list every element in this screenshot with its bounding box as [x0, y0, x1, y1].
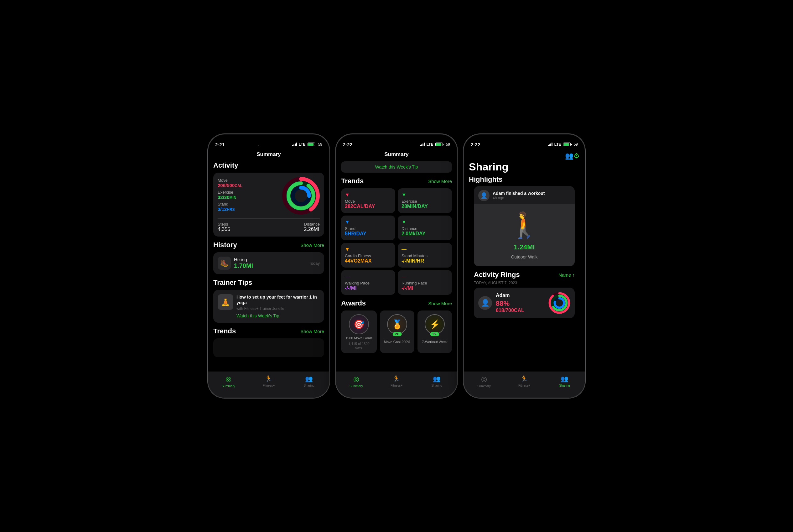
- awards-title: Awards: [341, 299, 366, 307]
- trend-distance[interactable]: ▼ Distance 2.0MI/DAY: [398, 215, 452, 240]
- tab-summary-label-1: Summary: [222, 384, 235, 388]
- ar-header: Activity Rings Name ↑: [474, 271, 575, 279]
- history-card[interactable]: 🥾 Hiking 1.70MI Today: [213, 252, 324, 274]
- location-icon-1: ✈: [257, 143, 259, 146]
- battery-3: [563, 142, 572, 146]
- history-date: Today: [309, 261, 320, 266]
- activity-stats: Move 206/500CAL Exercise 32/30MIN Stand: [218, 178, 282, 214]
- tab-sharing-1[interactable]: 👥 Sharing: [296, 375, 322, 387]
- tab-fitness-label-1: Fitness+: [263, 384, 275, 387]
- phone-2: 2:22 LTE 59 Summary: [335, 134, 458, 398]
- awards-row: 🎯 1500 Move Goals 1,415 of 1500 days 🏅 2…: [341, 310, 452, 356]
- trends-show-more-1[interactable]: Show More: [301, 329, 324, 334]
- tab-sharing-icon-1: 👥: [305, 375, 313, 383]
- tab-summary-icon-2: ◎: [353, 375, 359, 383]
- status-icons-1: LTE 59: [292, 142, 322, 147]
- trends-show-more-2[interactable]: Show More: [428, 178, 452, 184]
- trends-grid-2: ▼ Move 282CAL/DAY ▼ Exercise 28MIN/DAY: [341, 188, 452, 295]
- highlight-visual: 🚶 1.24MI Outdoor Walk: [474, 204, 575, 266]
- page-title-1: Summary: [208, 150, 329, 162]
- dynamic-island-2: [378, 138, 415, 149]
- distance-stat: Distance 2.26MI: [304, 222, 320, 232]
- activity-header: Activity: [213, 162, 324, 170]
- trend-walk-pace[interactable]: — Walking Pace -/-/MI: [341, 270, 395, 295]
- tab-bar-3: ◎ Summary 🏃 Fitness+ 👥 Sharing: [464, 372, 585, 398]
- trainer-card[interactable]: 🧘 How to set up your feet for warrior 1 …: [213, 290, 324, 323]
- awards-section: Awards Show More 🎯 1500 Move Goals 1,415…: [341, 299, 452, 356]
- highlight-top: 👤 Adam finished a workout 4h ago: [474, 186, 575, 204]
- trend-cardio[interactable]: ▼ Cardio Fitness 44VO2MAX: [341, 243, 395, 268]
- ar-avatar: 👤: [478, 296, 492, 310]
- signal-2: [420, 142, 425, 146]
- highlights-header: Highlights: [469, 175, 580, 186]
- page-content-1: Activity Move 206/500CAL: [208, 162, 329, 383]
- highlight-person-info: Adam finished a workout 4h ago: [492, 191, 545, 200]
- tab-summary-label-2: Summary: [349, 384, 363, 388]
- trend-stand-min[interactable]: — Stand Minutes -/-MIN/HR: [398, 243, 452, 268]
- trend-move[interactable]: ▼ Move 282CAL/DAY: [341, 188, 395, 213]
- battery-1: [308, 142, 316, 146]
- svg-text:➤: ➤: [313, 194, 316, 198]
- battery-2: [435, 142, 444, 146]
- ar-sort[interactable]: Name ↑: [558, 272, 575, 278]
- award-7-workout-icon: ⚡ 155: [425, 314, 445, 334]
- trend-cardio-arrow: ▼: [345, 247, 391, 252]
- lte-2: LTE: [427, 142, 433, 147]
- battery-pct-1: 59: [318, 142, 322, 147]
- tab-sharing-3[interactable]: 👥 Sharing: [552, 375, 577, 387]
- trends-preview-header: Trends Show More: [213, 327, 324, 335]
- trends-preview-section: Trends Show More: [213, 327, 324, 357]
- tab-sharing-2[interactable]: 👥 Sharing: [424, 375, 449, 387]
- trend-exercise[interactable]: ▼ Exercise 28MIN/DAY: [398, 188, 452, 213]
- award-move-200[interactable]: 🏅 291 Move Goal 200%: [380, 310, 414, 353]
- exercise-stat: Exercise 32/30MIN: [218, 190, 282, 200]
- highlights-section: Highlights 👤 Adam finished a workout 4h …: [469, 175, 580, 266]
- tab-fitness-icon-1: 🏃: [265, 375, 272, 383]
- watch-tip-2[interactable]: Watch this Week's Tip: [341, 162, 452, 173]
- rings-chart: ➤ ➤: [282, 177, 320, 215]
- tab-summary-1[interactable]: ◎ Summary: [216, 375, 241, 388]
- lte-3: LTE: [554, 142, 561, 147]
- trends-preview-title: Trends: [213, 327, 236, 335]
- trainer-info: How to set up your feet for warrior 1 in…: [236, 294, 320, 318]
- svg-text:➤: ➤: [300, 179, 302, 183]
- tab-fitness-label-3: Fitness+: [518, 384, 530, 387]
- signal-1: [292, 142, 297, 146]
- tab-summary-icon-1: ◎: [226, 375, 231, 383]
- watch-tip-link-1[interactable]: Watch this Week's Tip: [236, 313, 320, 318]
- trend-run-pace[interactable]: — Running Pace -/-/MI: [398, 270, 452, 295]
- history-show-more[interactable]: Show More: [301, 243, 324, 248]
- tab-fitness-3[interactable]: 🏃 Fitness+: [512, 375, 537, 387]
- scroll-area-3[interactable]: Highlights 👤 Adam finished a workout 4h …: [464, 175, 585, 369]
- sharing-gear-icon[interactable]: 👥⚙: [565, 152, 580, 160]
- tab-fitness-2[interactable]: 🏃 Fitness+: [384, 375, 409, 387]
- award-7-workout[interactable]: ⚡ 155 7-Workout Week: [418, 310, 452, 353]
- trends-section-2: Trends Show More ▼ Move 282CAL/DAY: [341, 177, 452, 295]
- phone-1: 2:21 ✈ LTE 59 Summary: [208, 134, 330, 398]
- scroll-area-2[interactable]: Watch this Week's Tip Trends Show More ▼…: [336, 162, 457, 380]
- award-move-200-icon: 🏅 291: [387, 314, 407, 334]
- tab-fitness-icon-3: 🏃: [520, 375, 528, 383]
- tab-summary-3[interactable]: ◎ Summary: [471, 375, 497, 388]
- highlight-card[interactable]: 👤 Adam finished a workout 4h ago 🚶 1.24M…: [474, 186, 575, 266]
- trend-distance-arrow: ▼: [402, 219, 448, 225]
- tab-fitness-1[interactable]: 🏃 Fitness+: [256, 375, 281, 387]
- ar-card[interactable]: 👤 Adam 88% 618/700CAL: [474, 288, 575, 318]
- award-1500-move[interactable]: 🎯 1500 Move Goals 1,415 of 1500 days: [341, 310, 377, 353]
- activity-rings-section: Activity Rings Name ↑ TODAY, AUGUST 7, 2…: [474, 271, 575, 318]
- tab-summary-2[interactable]: ◎ Summary: [344, 375, 369, 388]
- trend-stand-arrow: ▼: [345, 219, 391, 225]
- trainer-section: Trainer Tips 🧘 How to set up your feet f…: [213, 279, 324, 323]
- activity-section: Activity Move 206/500CAL: [213, 162, 324, 236]
- tab-summary-label-3: Summary: [477, 384, 491, 388]
- awards-show-more[interactable]: Show More: [428, 301, 452, 306]
- trend-stand[interactable]: ▼ Stand 5HR/DAY: [341, 215, 395, 240]
- bottom-stats: Steps 4,355 Distance 2.26MI: [218, 218, 320, 232]
- history-section: History Show More 🥾 Hiking 1.70MI Today: [213, 241, 324, 274]
- sharing-title-container: Sharing: [464, 160, 585, 175]
- scroll-area-1[interactable]: Activity Move 206/500CAL: [208, 162, 329, 380]
- sharing-page-title: Sharing: [469, 161, 580, 173]
- trainer-thumb: 🧘: [218, 294, 233, 310]
- page-title-2: Summary: [336, 150, 457, 162]
- walk-figure-icon: 🚶: [509, 211, 540, 240]
